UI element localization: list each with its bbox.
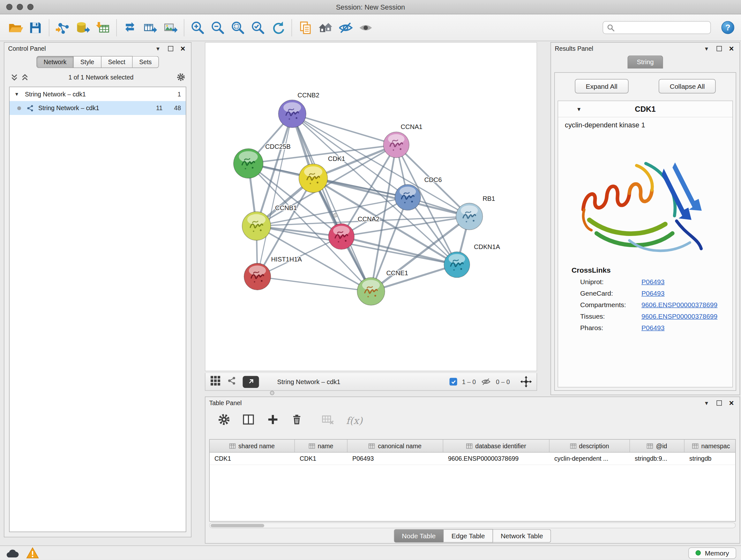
collapse-panel-icon[interactable]: ▾ (154, 44, 162, 53)
network-canvas[interactable]: CCNB2CCNA1CDC25BCDK1CDC6RB1CCNB1CCNA2CDK… (205, 42, 537, 371)
table-row[interactable]: CDK1CDK1P064939606.ENSP00000378699cyclin… (210, 453, 735, 465)
add-column-plus-icon[interactable] (267, 414, 279, 428)
table-options-gear-icon[interactable] (218, 414, 230, 428)
table-tab-node-table[interactable]: Node Table (394, 530, 444, 543)
network-node-HIST1H1A[interactable] (244, 263, 271, 290)
crosslinks-title: CrossLinks (558, 261, 732, 276)
network-tree-root-row[interactable]: ▼ String Network – cdk1 1 (10, 87, 186, 101)
crosslink-compartments-link[interactable]: 9606.ENSP00000378699 (642, 301, 718, 308)
column-header-database-identifier[interactable]: database identifier (443, 440, 549, 452)
float-panel-icon[interactable] (715, 399, 724, 408)
zoom-in-icon[interactable] (189, 18, 206, 37)
network-edge[interactable] (258, 114, 292, 276)
network-edge[interactable] (292, 114, 396, 145)
home-browser-icon[interactable] (317, 18, 334, 37)
network-node-CDK1[interactable] (299, 164, 328, 192)
scrollbar-thumb[interactable] (211, 523, 264, 527)
tab-select[interactable]: Select (102, 56, 133, 68)
collapse-panel-icon[interactable]: ▾ (702, 44, 711, 53)
column-header-canonical-name[interactable]: canonical name (347, 440, 443, 452)
close-panel-icon[interactable]: × (727, 399, 736, 408)
tab-network[interactable]: Network (37, 56, 74, 68)
birdseye-view-toggle-button[interactable] (243, 376, 259, 388)
search-input[interactable] (617, 24, 706, 31)
close-panel-icon[interactable]: × (727, 44, 736, 53)
column-header-shared-name[interactable]: shared name (210, 440, 295, 452)
refresh-layout-icon[interactable] (270, 18, 287, 37)
gene-name: CDK1 (558, 105, 732, 113)
copy-document-icon[interactable] (297, 18, 314, 37)
crosslink-pharos-link[interactable]: P06493 (642, 324, 664, 331)
close-panel-icon[interactable]: × (179, 44, 187, 53)
network-collection-label: String Network – cdk1 (25, 91, 86, 98)
help-button[interactable]: ? (722, 21, 735, 34)
memory-button[interactable]: Memory (689, 547, 736, 559)
tab-string[interactable]: String (628, 56, 663, 69)
collapse-all-networks-icon[interactable] (21, 73, 29, 81)
network-mode-share-icon[interactable] (226, 375, 237, 388)
collapse-panel-icon[interactable]: ▾ (702, 399, 711, 408)
float-panel-icon[interactable] (715, 44, 724, 53)
network-node-RB1[interactable] (456, 203, 483, 230)
table-tab-edge-table[interactable]: Edge Table (444, 530, 493, 543)
node-label-CCNA1: CCNA1 (401, 123, 422, 130)
cloud-status-icon[interactable] (5, 547, 19, 559)
pan-crosshair-icon[interactable] (521, 376, 532, 388)
export-image-icon[interactable] (162, 18, 179, 37)
column-header--id[interactable]: @id (630, 440, 684, 452)
delete-column-trash-icon[interactable] (291, 414, 303, 428)
network-edge[interactable] (292, 114, 371, 291)
network-tree-selected-row[interactable]: String Network – cdk1 11 48 (10, 101, 186, 115)
selected-nodes-checkbox-icon[interactable] (450, 378, 457, 386)
grid-view-icon[interactable] (210, 375, 221, 388)
zoom-fit-icon[interactable] (229, 18, 247, 37)
network-edge[interactable] (258, 276, 371, 291)
tab-sets[interactable]: Sets (132, 56, 159, 68)
crosslink-genecard-link[interactable]: P06493 (642, 289, 664, 297)
gene-collapse-caret-icon[interactable]: ▼ (576, 106, 582, 112)
zoom-out-icon[interactable] (209, 18, 226, 37)
hide-selected-eye-icon[interactable] (337, 18, 354, 37)
warning-icon[interactable] (26, 547, 39, 559)
network-node-CDC6[interactable] (395, 185, 421, 210)
network-node-CCNE1[interactable] (357, 277, 385, 305)
expand-all-button[interactable]: Expand All (575, 79, 628, 94)
node-label-RB1: RB1 (482, 195, 495, 202)
import-network-file-icon[interactable] (54, 18, 71, 37)
crosslink-tissues-link[interactable]: 9606.ENSP00000378699 (642, 312, 718, 320)
export-table-icon[interactable] (142, 18, 159, 37)
network-node-CDKN1A[interactable] (444, 252, 470, 278)
swap-networks-icon[interactable] (122, 18, 139, 37)
column-header-name[interactable]: name (295, 440, 347, 452)
network-options-gear-icon[interactable] (177, 73, 185, 81)
hidden-eye-slash-icon[interactable] (481, 377, 491, 386)
import-table-icon[interactable] (94, 18, 112, 37)
show-all-eye-icon[interactable] (357, 18, 374, 37)
float-panel-icon[interactable] (166, 44, 175, 53)
search-icon (607, 23, 615, 31)
tab-style[interactable]: Style (74, 56, 102, 68)
table-horizontal-scrollbar[interactable] (209, 523, 736, 528)
crosslink-row: GeneCard:P06493 (558, 287, 732, 299)
show-columns-icon[interactable] (242, 413, 255, 428)
crosslink-uniprot-link[interactable]: P06493 (642, 278, 664, 286)
function-builder-icon[interactable]: f(x) (346, 415, 362, 426)
open-session-icon[interactable] (7, 18, 24, 37)
network-node-CCNB2[interactable] (278, 100, 306, 128)
network-node-CCNA2[interactable] (328, 224, 354, 249)
control-panel-title: Control Panel (8, 45, 46, 52)
zoom-selected-icon[interactable] (250, 18, 267, 37)
import-network-database-icon[interactable] (74, 18, 91, 37)
network-node-CDC25B[interactable] (233, 149, 263, 179)
splitter-handle[interactable] (270, 391, 274, 395)
network-node-CCNA1[interactable] (383, 132, 409, 158)
splitter-handle[interactable] (333, 213, 338, 218)
save-session-icon[interactable] (27, 18, 44, 37)
network-node-CCNB1[interactable] (242, 212, 271, 240)
expand-all-networks-icon[interactable] (10, 73, 19, 81)
tree-expand-caret-icon[interactable]: ▼ (14, 91, 25, 97)
column-header-description[interactable]: description (549, 440, 630, 452)
table-tab-network-table[interactable]: Network Table (493, 530, 551, 543)
collapse-all-button[interactable]: Collapse All (659, 79, 716, 94)
column-header-namespac[interactable]: namespac (684, 440, 736, 452)
